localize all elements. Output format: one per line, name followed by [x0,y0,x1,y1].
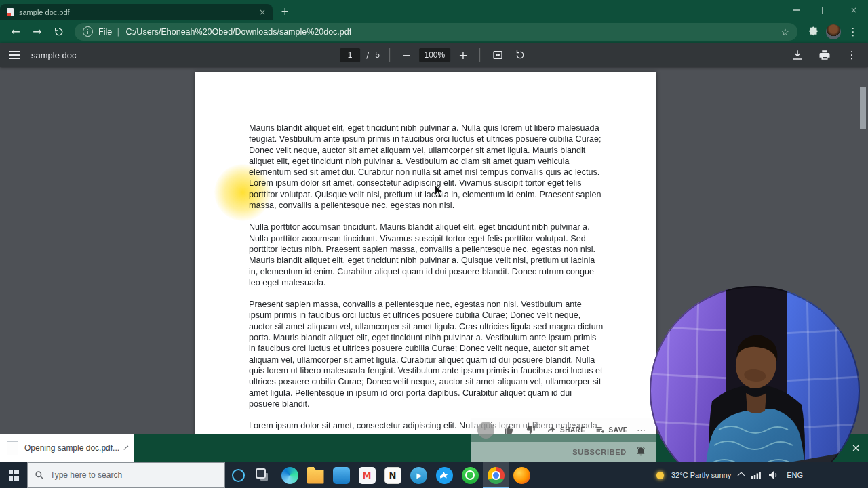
download-item-label: Opening sample doc.pdf... [24,443,119,453]
fit-to-page-icon[interactable] [490,47,506,63]
window-maximize-button[interactable] [811,0,840,20]
download-item-menu-chevron[interactable] [124,445,129,450]
more-options-icon[interactable]: ⋮ [844,46,860,64]
taskbar-cortana-icon[interactable] [225,462,251,488]
dislike-button [524,424,536,436]
video-actions-row: SHARE SAVE ⋯ [471,418,656,442]
page-total: 5 [375,50,380,60]
taskbar-apps: MN▶ [225,462,534,488]
subscribe-row: SUBSCRIBED [471,442,656,462]
share-icon [545,424,557,436]
zoom-level-value[interactable]: 100% [419,48,450,62]
video-more-icon: ⋯ [637,425,646,435]
tab-title: sample doc.pdf [19,8,254,16]
share-button: SHARE [545,424,586,436]
taskbar-twitter-icon[interactable] [431,462,457,488]
download-item[interactable]: Opening sample doc.pdf... [0,434,134,462]
taskbar-search[interactable]: Type here to search [27,462,225,488]
save-playlist-icon [595,424,606,435]
download-icon[interactable] [789,47,806,63]
volume-icon[interactable] [768,470,779,480]
notification-bell-icon [635,446,647,458]
address-divider: | [117,26,119,37]
address-bar[interactable]: i File | C:/Users/Ehoneah%20Obed/Downloa… [75,23,797,41]
address-scheme-label: File [98,27,112,37]
pdf-menu-icon[interactable] [9,51,20,59]
system-tray: 32°C Partly sunny ENG [656,470,868,480]
screen: sample doc.pdf × + × ← → i File | C:/Use… [0,0,868,488]
window-controls: × [783,0,868,20]
tab-close-icon[interactable]: × [259,7,266,17]
search-placeholder: Type here to search [50,470,122,480]
taskbar-telegram-icon[interactable]: ▶ [406,462,431,488]
windows-logo-icon [9,470,19,481]
taskbar-notion-icon[interactable]: N [380,462,406,488]
new-tab-button[interactable]: + [281,5,290,18]
print-icon[interactable] [816,47,833,63]
taskbar-explorer-icon[interactable] [302,462,328,488]
browser-toolbar: ← → i File | C:/Users/Ehoneah%20Obed/Dow… [0,20,868,43]
network-icon[interactable] [751,471,761,479]
document-paragraph: Mauris blandit aliquet elit, eget tincid… [249,123,604,211]
hidden-icons-chevron[interactable] [737,472,745,479]
page-text: Mauris blandit aliquet elit, eget tincid… [195,72,656,431]
taskbar-taskview-icon[interactable] [251,462,277,488]
window-minimize-button[interactable] [783,0,811,20]
save-label: SAVE [609,426,629,434]
weather-temp: 32°C [671,471,688,479]
toolbar-divider [389,48,390,62]
bookmark-star-icon[interactable]: ☆ [781,26,789,37]
reload-icon [54,26,64,37]
zoom-in-button[interactable]: + [456,49,470,62]
thumb-up-icon [503,424,515,436]
browser-tab[interactable]: sample doc.pdf × [0,4,273,20]
scrollbar-thumb[interactable] [860,87,866,129]
pdf-viewer-area: Mauris blandit aliquet elit, eget tincid… [0,67,868,488]
document-paragraph: Nulla porttitor accumsan tincidunt. Maur… [249,222,604,288]
back-button[interactable]: ← [7,23,24,41]
save-button: SAVE [595,424,629,435]
subscribed-button: SUBSCRIBED [572,448,627,456]
taskbar-store-icon[interactable] [328,462,354,488]
taskbar-whatsapp-icon[interactable] [457,462,483,488]
reload-button[interactable] [50,23,68,41]
toolbar-divider [479,48,480,62]
pdf-document-title: sample doc [31,50,76,60]
taskbar-firefox-icon[interactable] [509,462,534,488]
address-url: C:/Users/Ehoneah%20Obed/Downloads/sample… [125,27,351,37]
window-close-button[interactable]: × [840,0,868,20]
browser-tab-strip: sample doc.pdf × + × [0,0,868,20]
download-shelf-close-icon[interactable]: × [852,441,861,454]
like-button [503,424,515,436]
pdf-favicon-icon [7,8,14,16]
share-label: SHARE [560,426,586,434]
weather-icon [656,472,664,479]
extensions-icon[interactable] [804,23,822,41]
zoom-out-button[interactable]: − [399,49,413,62]
page-divider: / [366,50,369,60]
download-shelf: Opening sample doc.pdf... [0,434,868,462]
channel-avatar [477,422,494,439]
thumb-down-icon [524,424,536,436]
taskbar-gmail-icon[interactable]: M [354,462,380,488]
browser-menu-icon[interactable]: ⋮ [845,23,861,41]
page-info-icon[interactable]: i [83,26,93,37]
page-number-input[interactable]: 1 [340,48,360,62]
pdf-viewer-toolbar: sample doc 1 / 5 − 100% + ⋮ [0,43,868,67]
taskbar-edge-icon[interactable] [277,462,302,488]
profile-avatar[interactable] [826,24,841,39]
search-icon [35,470,44,480]
start-button[interactable] [0,462,27,488]
windows-taskbar: Type here to search MN▶ 32°C Partly sunn… [0,462,868,488]
rotate-icon[interactable] [512,47,528,63]
pdf-file-icon [7,441,18,455]
weather-desc: Partly sunny [690,471,732,479]
language-indicator[interactable]: ENG [787,471,803,479]
forward-button[interactable]: → [28,23,46,41]
weather-widget[interactable]: 32°C Partly sunny [671,471,731,479]
taskbar-chrome-icon[interactable] [483,462,509,488]
document-paragraph: Praesent sapien massa, convallis a pelle… [249,299,604,409]
video-actions-overlay: SHARE SAVE ⋯ SUBSCRIBED [471,418,656,462]
